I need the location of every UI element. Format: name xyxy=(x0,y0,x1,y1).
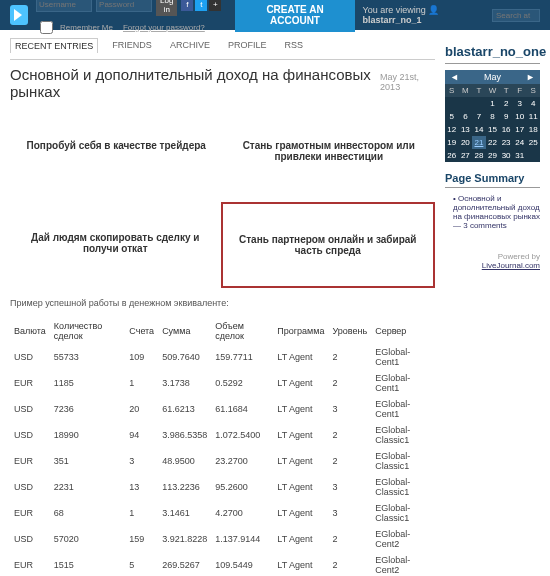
username-field[interactable] xyxy=(36,0,92,12)
cal-day: 14 xyxy=(472,123,486,136)
cal-day: 17 xyxy=(513,123,527,136)
forgot-password-link[interactable]: Forgot your password? xyxy=(123,23,205,32)
calendar-widget: ◄ May ► SMTWTFS 123456789101112131415161… xyxy=(445,70,540,162)
summary-item[interactable]: Основной и дополнительный доход на финан… xyxy=(445,192,540,232)
cal-day: 27 xyxy=(459,149,473,162)
cal-day: 5 xyxy=(445,110,459,123)
password-field[interactable] xyxy=(96,0,152,12)
cal-day: 8 xyxy=(486,110,500,123)
col-header: Количество сделок xyxy=(50,318,125,344)
col-header: Программа xyxy=(273,318,328,344)
remember-label: Remember Me xyxy=(60,23,113,32)
nav-tabs: RECENT ENTRIESFRIENDSARCHIVEPROFILERSS xyxy=(10,34,435,57)
cal-month: May xyxy=(481,72,504,82)
cal-day: 26 xyxy=(445,149,459,162)
remember-checkbox[interactable] xyxy=(40,21,53,34)
table-row: USD570201593.921.82281.137.9144LT Agent2… xyxy=(10,526,435,552)
tab-recent-entries[interactable]: RECENT ENTRIES xyxy=(10,38,98,53)
col-header: Объем сделок xyxy=(211,318,273,344)
cal-day: 9 xyxy=(499,110,513,123)
cal-day xyxy=(526,149,540,162)
cal-day: 15 xyxy=(486,123,500,136)
cal-next[interactable]: ► xyxy=(523,72,538,82)
table-row: EUR351348.950023.2700LT Agent2EGlobal-Cl… xyxy=(10,448,435,474)
cal-prev[interactable]: ◄ xyxy=(447,72,462,82)
blog-username[interactable]: blastarr_no_one xyxy=(445,44,540,64)
cal-day: 10 xyxy=(513,110,527,123)
cal-day: 16 xyxy=(499,123,513,136)
cal-day: 20 xyxy=(459,136,473,149)
cal-day xyxy=(445,97,459,110)
table-row: USD223113113.223695.2600LT Agent3EGlobal… xyxy=(10,474,435,500)
viewing-label: You are viewing 👤 blastarr_no_1 xyxy=(363,5,482,25)
promo-cell[interactable]: Стань грамотным инвестором или привлеки … xyxy=(223,110,436,192)
cal-day: 3 xyxy=(513,97,527,110)
cal-day: 11 xyxy=(526,110,540,123)
tab-friends[interactable]: FRIENDS xyxy=(108,38,156,53)
cal-day: 25 xyxy=(526,136,540,149)
create-account-button[interactable]: CREATE AN ACCOUNT xyxy=(235,0,354,32)
more-icon[interactable]: + xyxy=(209,0,221,11)
col-header: Уровень xyxy=(328,318,371,344)
trades-table: ВалютаКоличество сделокСчетаСуммаОбъем с… xyxy=(10,318,435,576)
cal-day: 7 xyxy=(472,110,486,123)
table-row: EUR118513.17380.5292LT Agent2EGlobal-Cen… xyxy=(10,370,435,396)
cal-day: 2 xyxy=(499,97,513,110)
cal-day: 29 xyxy=(486,149,500,162)
cal-day: 13 xyxy=(459,123,473,136)
tab-profile[interactable]: PROFILE xyxy=(224,38,271,53)
cal-day: 6 xyxy=(459,110,473,123)
table-caption: Пример успешной работы в денежном эквива… xyxy=(10,298,435,308)
login-button[interactable]: Log in xyxy=(156,0,177,16)
post-title: Основной и дополнительный доход на финан… xyxy=(10,66,380,100)
cal-day: 4 xyxy=(526,97,540,110)
lj-logo[interactable] xyxy=(10,5,28,25)
cal-day: 28 xyxy=(472,149,486,162)
table-row: EUR15155269.5267109.5449LT Agent2EGlobal… xyxy=(10,552,435,576)
table-row: USD72362061.621361.1684LT Agent3EGlobal-… xyxy=(10,396,435,422)
table-row: USD18990943.986.53581.072.5400LT Agent2E… xyxy=(10,422,435,448)
promo-cell[interactable]: Попробуй себя в качестве трейдера xyxy=(10,110,223,192)
powered-by: Powered by LiveJournal.com xyxy=(445,252,540,270)
cal-day: 19 xyxy=(445,136,459,149)
cal-day: 24 xyxy=(513,136,527,149)
promo-cell-highlighted[interactable]: Стань партнером онлайн и забирай часть с… xyxy=(221,202,436,288)
cal-day: 22 xyxy=(486,136,500,149)
table-row: EUR6813.14614.2700LT Agent3EGlobal-Class… xyxy=(10,500,435,526)
col-header: Счета xyxy=(125,318,158,344)
cal-day: 30 xyxy=(499,149,513,162)
cal-day: 12 xyxy=(445,123,459,136)
post-date: May 21st, 2013 xyxy=(380,72,435,92)
page-summary-title: Page Summary xyxy=(445,172,540,188)
cal-day xyxy=(472,97,486,110)
promo-cell[interactable]: Дай людям скопировать сделку и получи от… xyxy=(10,202,221,288)
tab-rss[interactable]: RSS xyxy=(280,38,307,53)
cal-day xyxy=(459,97,473,110)
facebook-icon[interactable]: f xyxy=(181,0,193,11)
cal-day[interactable]: 21 xyxy=(472,136,486,149)
col-header: Сумма xyxy=(158,318,211,344)
tab-archive[interactable]: ARCHIVE xyxy=(166,38,214,53)
twitter-icon[interactable]: t xyxy=(195,0,207,11)
cal-day: 1 xyxy=(486,97,500,110)
search-input[interactable] xyxy=(492,9,540,22)
col-header: Сервер xyxy=(371,318,435,344)
table-row: USD55733109509.7640159.7711LT Agent2EGlo… xyxy=(10,344,435,370)
cal-day: 18 xyxy=(526,123,540,136)
col-header: Валюта xyxy=(10,318,50,344)
cal-day: 31 xyxy=(513,149,527,162)
cal-day: 23 xyxy=(499,136,513,149)
